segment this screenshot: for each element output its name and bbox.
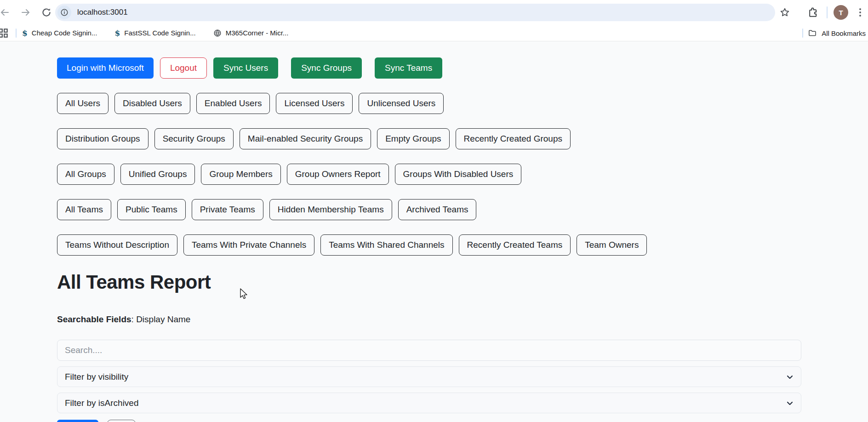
sync-teams-button[interactable]: Sync Teams [375, 57, 442, 79]
globe-icon [213, 29, 222, 37]
teams-without-description-button[interactable]: Teams Without Description [57, 234, 177, 256]
login-with-microsoft-button[interactable]: Login with Microsoft [57, 57, 154, 79]
licensed-users-button[interactable]: Licensed Users [276, 93, 353, 114]
team-owners-button[interactable]: Team Owners [577, 234, 647, 256]
enabled-users-button[interactable]: Enabled Users [196, 93, 270, 114]
partial-outline-button[interactable] [107, 420, 136, 422]
disabled-users-button[interactable]: Disabled Users [114, 93, 190, 114]
unlicensed-users-button[interactable]: Unlicensed Users [359, 93, 444, 114]
empty-groups-button[interactable]: Empty Groups [377, 128, 449, 149]
searchable-fields-label: Searchable Fields [57, 314, 131, 324]
public-teams-button[interactable]: Public Teams [117, 199, 186, 220]
logout-button[interactable]: Logout [160, 57, 207, 79]
url-text[interactable]: localhost:3001 [77, 8, 128, 17]
all-teams-button[interactable]: All Teams [57, 199, 111, 220]
extensions-icon[interactable] [807, 7, 819, 18]
bookmark-item[interactable]: M365Corner - Micr... [213, 29, 289, 37]
browser-menu-icon[interactable] [859, 7, 861, 18]
apps-grid-icon[interactable] [0, 27, 9, 39]
filter-visibility-select[interactable]: Filter by visibility [57, 366, 801, 387]
bookmark-star-icon[interactable] [779, 7, 790, 18]
searchable-fields-value: : Display Name [131, 314, 191, 324]
all-bookmarks[interactable]: All Bookmarks [798, 25, 866, 41]
unified-groups-button[interactable]: Unified Groups [120, 164, 195, 185]
address-bar[interactable]: localhost:3001 [55, 4, 775, 21]
recently-created-groups-button[interactable]: Recently Created Groups [456, 128, 571, 149]
browser-toolbar: localhost:3001 T [0, 0, 868, 25]
profile-avatar[interactable]: T [834, 5, 848, 20]
bookmark-item[interactable]: $ FastSSL Code Signin... [114, 29, 195, 38]
teams-with-shared-channels-button[interactable]: Teams With Shared Channels [320, 234, 452, 256]
filter-visibility-label: Filter by visibility [65, 372, 128, 382]
dollar-icon: $ [22, 29, 28, 38]
hidden-membership-teams-button[interactable]: Hidden Membership Teams [269, 199, 392, 220]
page-content: Login with Microsoft Logout Sync Users S… [0, 57, 868, 422]
reload-icon[interactable] [41, 7, 52, 18]
page-title: All Teams Report [57, 271, 801, 293]
sync-groups-button[interactable]: Sync Groups [291, 57, 362, 79]
bookmarks-separator [802, 29, 803, 38]
group-reports-row-2: All Groups Unified Groups Group Members … [57, 164, 801, 185]
forward-icon[interactable] [20, 7, 31, 18]
partial-primary-button[interactable] [57, 420, 98, 422]
chevron-down-icon [785, 399, 794, 408]
bottom-button-row [57, 420, 801, 422]
action-button-row: Login with Microsoft Logout Sync Users S… [57, 57, 801, 79]
archived-teams-button[interactable]: Archived Teams [398, 199, 477, 220]
mail-enabled-security-groups-button[interactable]: Mail-enabled Security Groups [240, 128, 371, 149]
user-reports-row: All Users Disabled Users Enabled Users L… [57, 93, 801, 114]
bookmarks-bar: $ Cheap Code Signin... $ FastSSL Code Si… [0, 25, 868, 41]
recently-created-teams-button[interactable]: Recently Created Teams [459, 234, 571, 256]
group-members-button[interactable]: Group Members [201, 164, 280, 185]
sync-users-button[interactable]: Sync Users [213, 57, 278, 79]
groups-with-disabled-users-button[interactable]: Groups With Disabled Users [395, 164, 522, 185]
distribution-groups-button[interactable]: Distribution Groups [57, 128, 148, 149]
filter-isarchived-label: Filter by isArchived [65, 398, 139, 408]
dollar-icon: $ [114, 29, 120, 38]
bookmarks-separator [16, 29, 17, 38]
team-reports-row-2: Teams Without Description Teams With Pri… [57, 234, 801, 256]
searchable-fields-text: Searchable Fields: Display Name [57, 314, 801, 325]
security-groups-button[interactable]: Security Groups [154, 128, 234, 149]
filter-isarchived-select[interactable]: Filter by isArchived [57, 393, 801, 413]
chevron-down-icon [785, 372, 794, 382]
bookmark-item[interactable]: $ Cheap Code Signin... [22, 29, 97, 38]
group-owners-report-button[interactable]: Group Owners Report [287, 164, 389, 185]
site-info-icon[interactable] [57, 6, 71, 19]
toolbar-separator [827, 6, 828, 18]
search-input[interactable] [57, 340, 801, 361]
team-reports-row-1: All Teams Public Teams Private Teams Hid… [57, 199, 801, 220]
group-reports-row-1: Distribution Groups Security Groups Mail… [57, 128, 801, 149]
all-groups-button[interactable]: All Groups [57, 164, 114, 185]
private-teams-button[interactable]: Private Teams [192, 199, 263, 220]
all-users-button[interactable]: All Users [57, 93, 108, 114]
folder-icon [808, 29, 817, 38]
teams-with-private-channels-button[interactable]: Teams With Private Channels [183, 234, 314, 256]
back-icon[interactable] [0, 7, 10, 18]
